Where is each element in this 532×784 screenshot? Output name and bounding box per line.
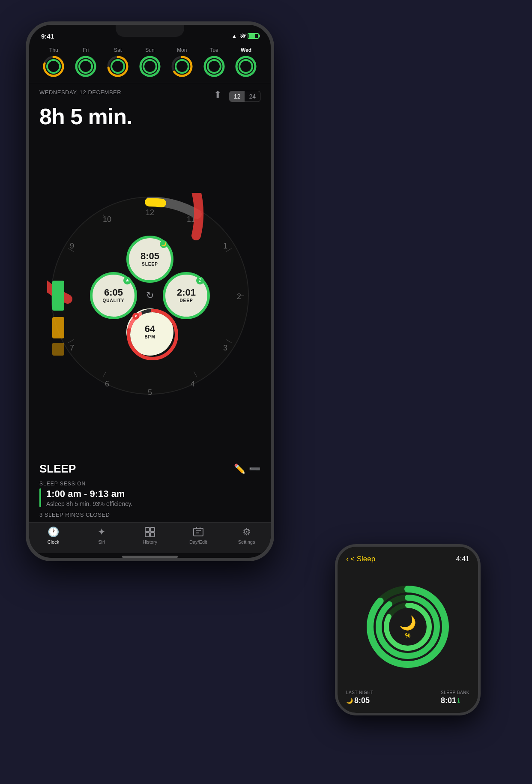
- time-format-toggle: 12 24: [229, 91, 260, 102]
- svg-rect-58: [145, 527, 149, 532]
- day-fri-label: Fri: [83, 47, 89, 53]
- watch-time: 4:41: [456, 555, 469, 563]
- clock-tab-label: Clock: [48, 539, 60, 545]
- day-sun[interactable]: Sun: [139, 47, 161, 78]
- day-thu-label: Thu: [49, 47, 58, 53]
- watch-center-overlay: 🌙 %: [399, 615, 416, 639]
- watch-sleep-bank: SLEEP BANK 8:01 ℹ: [441, 690, 469, 705]
- watch-back-chevron: ‹: [346, 554, 349, 563]
- session-section-label: SLEEP SESSION: [39, 481, 260, 487]
- watch-percent: %: [405, 632, 410, 639]
- clock-metrics: 🌙 8:05 SLEEP ★ 6:05 QUALITY: [47, 193, 253, 398]
- watch-moon-small-icon: 🌙: [346, 697, 353, 704]
- watch-back-button[interactable]: ‹ < Sleep: [346, 554, 375, 563]
- ring-sat: [107, 55, 129, 78]
- day-fri[interactable]: Fri: [75, 47, 97, 78]
- quality-label: QUALITY: [103, 298, 125, 303]
- session-time: 1:00 am - 9:13 am: [46, 488, 132, 500]
- day-sat[interactable]: Sat: [107, 47, 129, 78]
- sleep-icon: 🌙: [160, 240, 167, 248]
- tab-history[interactable]: History: [126, 526, 174, 545]
- watch-sleep-bank-value: 8:01 ℹ: [441, 696, 469, 705]
- svg-point-15: [143, 60, 156, 73]
- sleep-info: SLEEP ✏️ ➖ SLEEP SESSION 1:00 am - 9:13 …: [29, 458, 271, 522]
- day-wed[interactable]: Wed: [235, 47, 257, 78]
- deep-label: DEEP: [179, 298, 193, 303]
- quality-icon: ★: [123, 277, 131, 284]
- day-mon-label: Mon: [177, 47, 187, 53]
- session-desc: Asleep 8h 5 min. 93% efficiency.: [46, 500, 132, 507]
- history-tab-label: History: [143, 539, 157, 545]
- svg-point-11: [111, 60, 124, 73]
- svg-point-19: [176, 60, 188, 73]
- watch-last-night-value: 🌙 8:05: [346, 696, 374, 705]
- settings-tab-label: Settings: [238, 539, 255, 545]
- sleep-label: SLEEP: [142, 262, 158, 266]
- tab-siri[interactable]: ✦ Siri: [78, 526, 126, 545]
- tab-clock[interactable]: 🕐 Clock: [29, 526, 78, 545]
- day-sat-label: Sat: [114, 47, 122, 53]
- sleep-duration: 8h 5 min.: [29, 104, 271, 133]
- clock-face: 12 1 2 3 4 5 6 7 8 9 10 11: [47, 193, 253, 398]
- session-text: 1:00 am - 9:13 am Asleep 8h 5 min. 93% e…: [46, 488, 132, 507]
- refresh-icon[interactable]: ↻: [146, 290, 154, 301]
- session-bar: [39, 488, 41, 507]
- tab-dayedit[interactable]: Day/Edit: [174, 526, 222, 545]
- date-block: WEDNESDAY, 12 DECEMBER: [39, 89, 121, 96]
- svg-point-23: [208, 60, 221, 73]
- sleep-value: 8:05: [140, 251, 159, 261]
- phone-notch: [116, 25, 184, 37]
- day-tue-label: Tue: [210, 47, 218, 53]
- day-wed-label: Wed: [241, 47, 251, 53]
- history-tab-icon: [144, 526, 156, 538]
- ring-sun: [139, 55, 161, 78]
- quality-value: 6:05: [104, 288, 123, 297]
- svg-point-27: [239, 60, 252, 73]
- deep-icon: Z: [196, 277, 204, 284]
- quality-bubble[interactable]: ★ 6:05 QUALITY: [90, 272, 137, 319]
- battery-icon: [248, 33, 259, 39]
- deep-bubble[interactable]: Z 2:01 DEEP: [163, 272, 210, 319]
- sleep-bubble[interactable]: 🌙 8:05 SLEEP: [126, 236, 173, 283]
- ring-thu: [42, 55, 65, 78]
- svg-point-7: [79, 60, 92, 73]
- watch-screen: ‹ < Sleep 4:41 �: [338, 547, 478, 713]
- signal-icon: ▲: [232, 33, 237, 39]
- svg-rect-62: [194, 528, 203, 536]
- day-sun-label: Sun: [145, 47, 154, 53]
- day-thu[interactable]: Thu: [42, 47, 65, 78]
- tab-settings[interactable]: ⚙ Settings: [222, 526, 271, 545]
- clock-tab-icon: 🕐: [47, 526, 59, 538]
- svg-rect-61: [150, 533, 155, 537]
- home-indicator: [122, 556, 178, 558]
- watch-last-night: LAST NIGHT 🌙 8:05: [346, 690, 374, 705]
- watch-sleep-bank-label: SLEEP BANK: [441, 690, 469, 695]
- 12h-button[interactable]: 12: [230, 91, 245, 102]
- day-tue[interactable]: Tue: [203, 47, 225, 78]
- siri-tab-label: Siri: [98, 539, 105, 545]
- share-button[interactable]: ⬆: [214, 89, 221, 100]
- bpm-bubble[interactable]: ♥ 64 BPM: [126, 308, 173, 356]
- watch-stats: LAST NIGHT 🌙 8:05 SLEEP BANK 8:01 ℹ: [346, 686, 469, 705]
- 24h-button[interactable]: 24: [245, 91, 260, 102]
- minus-icon[interactable]: ➖: [249, 464, 260, 475]
- svg-rect-60: [145, 533, 149, 537]
- deep-value: 2:01: [177, 288, 196, 297]
- watch-last-night-label: LAST NIGHT: [346, 690, 374, 695]
- main-content: WEDNESDAY, 12 DECEMBER ⬆ 12 24 8h 5 min.: [29, 83, 271, 522]
- settings-tab-icon: ⚙: [241, 526, 253, 538]
- clock-wrap: 12 1 2 3 4 5 6 7 8 9 10 11: [29, 133, 271, 458]
- day-mon[interactable]: Mon: [171, 47, 193, 78]
- watch-ring-area: 🌙 %: [346, 568, 469, 686]
- watch-shell: ‹ < Sleep 4:41 �: [335, 544, 481, 715]
- phone-screen: 9:41 ▲ 𝒲 Thu: [29, 25, 271, 558]
- svg-rect-59: [150, 527, 155, 532]
- watch-crown: [478, 589, 481, 607]
- sleep-action-icons: ✏️ ➖: [234, 464, 260, 475]
- bpm-icon: ♥: [132, 313, 139, 320]
- status-icons: ▲ 𝒲: [232, 33, 259, 40]
- edit-icon[interactable]: ✏️: [234, 464, 245, 475]
- wifi-icon: 𝒲: [239, 33, 245, 40]
- svg-point-3: [47, 60, 60, 73]
- ring-fri: [75, 55, 97, 78]
